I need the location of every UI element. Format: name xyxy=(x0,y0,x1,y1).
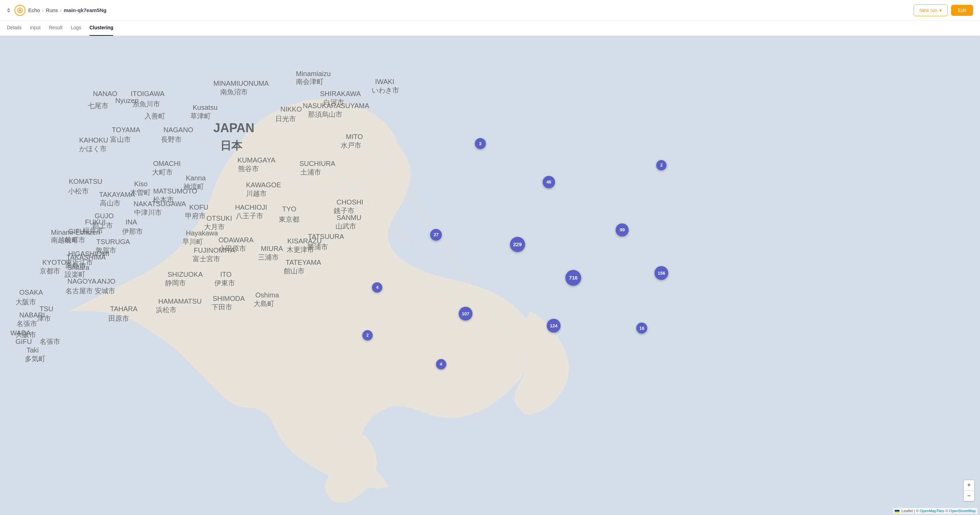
leaflet-link[interactable]: Leaflet xyxy=(902,509,913,513)
tab-bar: Details Input Result Logs Clustering xyxy=(0,21,980,36)
leaflet-flag-icon xyxy=(895,510,899,513)
cluster-marker-c3[interactable]: 2 xyxy=(656,160,667,171)
cluster-marker-c6[interactable]: 99 xyxy=(616,223,629,236)
app-header: Echo › Runs › main-qk7eam5Ng New run ▾ E… xyxy=(0,0,980,21)
cluster-layer: 3462272299971615641071241624 xyxy=(0,36,980,515)
map-attribution: Leaflet | © OpenMapTiles © OpenStreetMap xyxy=(893,508,977,513)
cluster-marker-c14[interactable]: 4 xyxy=(436,359,446,369)
breadcrumb-echo[interactable]: Echo xyxy=(28,7,40,13)
tab-result[interactable]: Result xyxy=(49,21,63,36)
cluster-marker-c11[interactable]: 124 xyxy=(547,319,560,333)
zoom-out-button[interactable]: − xyxy=(964,491,974,501)
app-logo xyxy=(14,5,25,16)
breadcrumb-runs[interactable]: Runs xyxy=(46,7,58,13)
cluster-marker-c8[interactable]: 156 xyxy=(654,266,668,280)
breadcrumb: Echo › Runs › main-qk7eam5Ng xyxy=(28,7,106,13)
cluster-marker-c7[interactable]: 716 xyxy=(565,270,581,286)
openmaptiles-link[interactable]: OpenMapTiles xyxy=(920,509,944,513)
tab-details[interactable]: Details xyxy=(7,21,22,36)
new-run-button[interactable]: New run ▾ xyxy=(913,5,948,16)
cluster-marker-c10[interactable]: 107 xyxy=(459,307,473,320)
cluster-marker-c2[interactable]: 46 xyxy=(542,176,555,188)
cluster-marker-c5[interactable]: 229 xyxy=(510,237,525,252)
nav-up-icon xyxy=(7,8,10,10)
zoom-in-button[interactable]: + xyxy=(964,480,974,491)
attribution-sep2: © xyxy=(945,509,949,513)
cluster-marker-c9[interactable]: 4 xyxy=(372,282,382,293)
header-right: New run ▾ Edit xyxy=(913,5,973,16)
cluster-marker-c12[interactable]: 16 xyxy=(636,322,647,333)
openstreetmap-link[interactable]: OpenStreetMap xyxy=(949,509,976,513)
nav-down-icon xyxy=(7,11,10,13)
map-container[interactable]: NANAO 七尾市 ITOIGAWA 糸魚川市 MINAMIUONUMA 南魚沼… xyxy=(0,36,980,515)
zoom-controls: + − xyxy=(964,480,975,501)
cluster-marker-c13[interactable]: 2 xyxy=(362,330,373,340)
new-run-label: New run xyxy=(920,8,937,13)
header-left: Echo › Runs › main-qk7eam5Ng xyxy=(7,5,106,16)
tab-input[interactable]: Input xyxy=(30,21,41,36)
attribution-sep1: | © xyxy=(914,509,920,513)
breadcrumb-sep-1: › xyxy=(42,7,44,13)
chevron-down-icon: ▾ xyxy=(939,8,942,13)
nav-arrows[interactable] xyxy=(7,8,10,13)
tab-logs[interactable]: Logs xyxy=(71,21,81,36)
breadcrumb-run-id: main-qk7eam5Ng xyxy=(64,7,106,13)
cluster-marker-c1[interactable]: 3 xyxy=(475,138,486,149)
breadcrumb-sep-2: › xyxy=(60,7,62,13)
cluster-marker-c4[interactable]: 27 xyxy=(430,229,442,241)
svg-point-1 xyxy=(19,9,21,11)
tab-clustering[interactable]: Clustering xyxy=(89,21,113,36)
edit-button[interactable]: Edit xyxy=(951,5,973,16)
